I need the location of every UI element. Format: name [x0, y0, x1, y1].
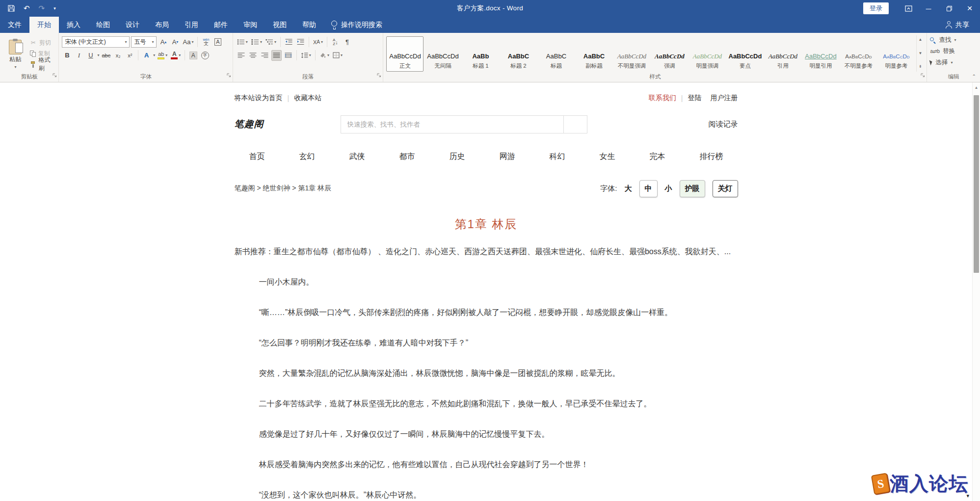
style-gallery-item[interactable]: AaBbCcDd 要点 [726, 36, 764, 72]
reading-record-link[interactable]: 阅读记录 [709, 120, 738, 129]
character-border-button[interactable]: A [212, 37, 223, 48]
nav-item[interactable]: 历史 [450, 152, 465, 162]
gallery-up-icon[interactable]: ▲ [918, 37, 922, 42]
style-gallery-item[interactable]: AaBb 标题 1 [462, 36, 499, 72]
nav-item[interactable]: 玄幻 [299, 152, 315, 162]
login-link[interactable]: 登陆 [688, 94, 702, 103]
nav-item[interactable]: 都市 [399, 152, 415, 162]
breadcrumb[interactable]: 笔趣阁 > 绝世剑神 > 第1章 林辰 [235, 184, 332, 193]
character-shading-button[interactable]: A [188, 50, 198, 61]
italic-button[interactable]: I [74, 50, 84, 61]
style-gallery-item[interactable]: AaBbCcDd 引用 [764, 36, 801, 72]
gallery-more-icon[interactable]: ⇟ [919, 64, 922, 69]
change-case-button[interactable]: Aa▾ [182, 37, 194, 48]
font-large-button[interactable]: 大 [625, 184, 632, 193]
superscript-button[interactable]: x² [125, 50, 135, 61]
search-input[interactable] [341, 115, 564, 133]
ribbon-tab[interactable]: 布局 [147, 17, 177, 33]
find-button[interactable]: 查找▾ [930, 35, 977, 45]
restore-button[interactable] [939, 0, 959, 17]
ribbon-tab[interactable]: 审阅 [236, 17, 265, 33]
ribbon-tab[interactable]: 开始 [29, 17, 59, 33]
contact-link[interactable]: 联系我们 [649, 94, 676, 103]
asian-layout-button[interactable]: XA▾ [312, 37, 324, 48]
select-button[interactable]: 选择▾ [930, 58, 977, 67]
customize-qat-icon[interactable]: ▾ [53, 6, 56, 11]
nav-item[interactable]: 武侠 [349, 152, 365, 162]
highlight-button[interactable]: ab▾ [157, 50, 168, 61]
nav-item[interactable]: 首页 [249, 152, 265, 162]
font-dialog-launcher-icon[interactable] [227, 71, 231, 79]
increase-indent-button[interactable] [295, 37, 306, 48]
minimize-button[interactable]: ─ [918, 0, 939, 17]
nav-item[interactable]: 科幻 [550, 152, 565, 162]
line-spacing-button[interactable]: ▾ [300, 50, 312, 61]
style-gallery-item[interactable]: AaBbCcDd 不明显参考 [840, 36, 877, 72]
save-icon[interactable] [8, 5, 15, 12]
ribbon-tab[interactable]: 设计 [118, 17, 147, 33]
paste-button[interactable]: 粘贴 ▾ [3, 35, 28, 72]
ribbon-tab[interactable]: 文件 [0, 17, 29, 33]
scroll-up-icon[interactable]: ▲ [973, 85, 980, 90]
share-button[interactable]: 共享 [935, 17, 980, 33]
text-effects-button[interactable]: A [141, 50, 152, 61]
site-logo[interactable]: 笔趣阁 [235, 118, 341, 131]
style-gallery-item[interactable]: AaBbCcDd 正文 [386, 36, 424, 72]
shading-button[interactable]: ▾ [318, 50, 330, 61]
bold-button[interactable]: B [62, 50, 72, 61]
decrease-indent-button[interactable] [284, 37, 294, 48]
widget-arrow-icon[interactable]: ▾ [966, 493, 969, 499]
align-left-button[interactable] [236, 50, 246, 61]
vertical-scrollbar[interactable]: ▲ [972, 82, 980, 501]
subscript-button[interactable]: x₂ [113, 50, 123, 61]
nav-item[interactable]: 排行榜 [700, 152, 723, 162]
justify-button[interactable] [271, 50, 282, 61]
eye-care-button[interactable]: 护眼 [680, 180, 705, 197]
ribbon-tab[interactable]: 邮件 [206, 17, 236, 33]
style-gallery-item[interactable]: AaBbCcDd 无间隔 [424, 36, 461, 72]
grow-font-button[interactable]: A▴ [158, 37, 168, 48]
format-painter-button[interactable]: 格式刷 [30, 60, 56, 69]
style-gallery-item[interactable]: AaBbCcDd 明显强调 [689, 36, 726, 72]
ribbon-display-options-icon[interactable] [899, 0, 918, 17]
ribbon-tab[interactable]: 帮助 [294, 17, 324, 33]
align-right-button[interactable] [260, 50, 270, 61]
style-gallery-item[interactable]: AaBbCcDd 强调 [651, 36, 688, 72]
nav-item[interactable]: 完本 [650, 152, 665, 162]
numbering-button[interactable]: ▾ [250, 37, 263, 48]
style-gallery-item[interactable]: AaBbC 副标题 [575, 36, 612, 72]
strikethrough-button[interactable]: abc [101, 50, 112, 61]
font-name-combo[interactable]: 宋体 (中文正文)▾ [62, 36, 130, 48]
document-area[interactable]: 将本站设为首页 | 收藏本站 联系我们 | 登陆 用户注册 笔趣阁 阅读记录 [0, 82, 972, 501]
gallery-down-icon[interactable]: ▼ [918, 51, 922, 55]
show-hide-marks-button[interactable]: ¶ [342, 37, 352, 48]
font-size-combo[interactable]: 五号▾ [131, 36, 157, 48]
paragraph-dialog-launcher-icon[interactable] [377, 71, 381, 79]
replace-button[interactable]: a⇄b替换 [930, 47, 977, 56]
style-gallery-item[interactable]: AaBbC 标题 [537, 36, 575, 72]
underline-button[interactable]: U [85, 50, 96, 61]
collapse-ribbon-icon[interactable]: ⌃ [972, 74, 976, 79]
font-color-button[interactable]: A▾ [170, 50, 182, 61]
distribute-button[interactable] [283, 50, 293, 61]
multilevel-list-button[interactable]: ▾ [265, 37, 277, 48]
register-link[interactable]: 用户注册 [711, 94, 738, 103]
bookmark-link[interactable]: 收藏本站 [294, 94, 321, 103]
style-gallery-item[interactable]: AaBbCcDd 明显引用 [802, 36, 839, 72]
set-home-link[interactable]: 将本站设为首页 [235, 94, 283, 103]
bullets-button[interactable]: ▾ [236, 37, 249, 48]
shrink-font-button[interactable]: A▾ [170, 37, 180, 48]
style-gallery-item[interactable]: AaBbCcDd 不明显强调 [613, 36, 650, 72]
enclose-characters-button[interactable]: 字 [200, 50, 210, 61]
ribbon-tab[interactable]: 插入 [59, 17, 88, 33]
lights-off-button[interactable]: 关灯 [713, 180, 738, 197]
tell-me-search[interactable]: 操作说明搜索 [324, 17, 389, 33]
font-medium-button[interactable]: 中 [639, 180, 658, 197]
font-small-button[interactable]: 小 [665, 184, 672, 193]
sort-button[interactable]: AZ↓ [330, 37, 341, 48]
ribbon-tab[interactable]: 视图 [265, 17, 294, 33]
style-gallery-item[interactable]: AaBbC 标题 2 [500, 36, 537, 72]
styles-dialog-launcher-icon[interactable] [921, 71, 925, 79]
undo-icon[interactable]: ↶ [24, 4, 30, 13]
phonetic-guide-button[interactable]: wén文 [201, 37, 211, 48]
